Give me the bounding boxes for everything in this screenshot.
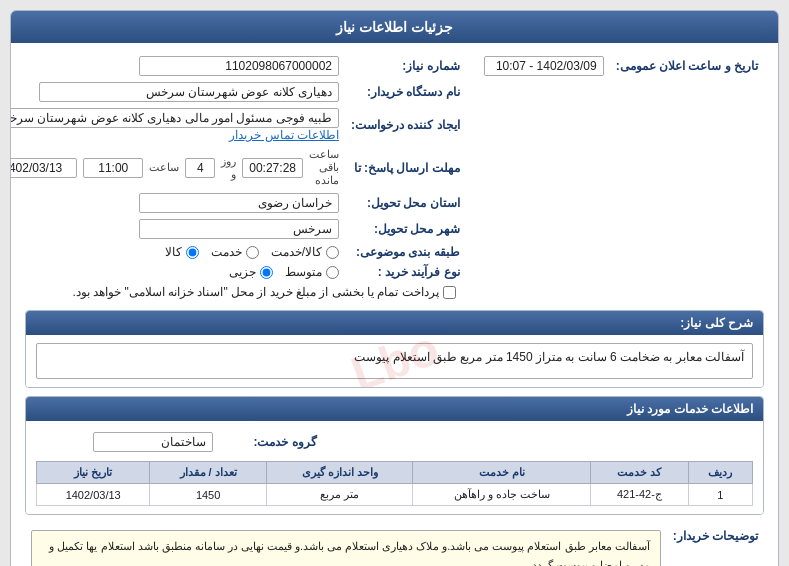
pardakht-checkbox[interactable]: پرداخت تمام یا بخشی از مبلغ خرید از محل … bbox=[10, 285, 456, 299]
namdastgah-label: نام دستگاه خریدار: bbox=[345, 79, 466, 105]
table-row: 1 ج-42-421 ساخت جاده و راهآهن متر مربع 1… bbox=[37, 484, 753, 506]
radio-motevaset[interactable]: متوسط bbox=[285, 265, 339, 279]
cell-code: ج-42-421 bbox=[591, 484, 688, 506]
col-radif: ردیف bbox=[688, 462, 752, 484]
khadamat-section: اطلاعات خدمات مورد نیاز گروه خدمت: ساختم… bbox=[25, 396, 764, 515]
khadamat-title: اطلاعات خدمات مورد نیاز bbox=[26, 397, 763, 421]
info-section: تاریخ و ساعت اعلان عمومی: 1402/03/09 - 1… bbox=[10, 53, 764, 302]
remaining-label: ساعت باقی مانده bbox=[309, 148, 339, 187]
radio-jazee[interactable]: جزیی bbox=[229, 265, 273, 279]
cell-quantity: 1450 bbox=[150, 484, 267, 506]
tarikh-value: 1402/03/09 - 10:07 bbox=[484, 56, 604, 76]
radio-kala-khadamat[interactable]: کالا/خدمت bbox=[271, 245, 339, 259]
radio-kala[interactable]: کالا bbox=[165, 245, 199, 259]
time-value: 11:00 bbox=[83, 158, 143, 178]
namdastgah-value: دهیاری کلانه عوض شهرستان سرخس bbox=[39, 82, 339, 102]
pardakht-label: پرداخت تمام یا بخشی از مبلغ خرید از محل … bbox=[72, 285, 438, 299]
tawzihat-label: توضیحات خریدار: bbox=[667, 523, 764, 566]
service-table: ردیف کد خدمت نام خدمت واحد اندازه گیری ت… bbox=[36, 461, 753, 506]
noe-farayand-label: نوع فرآیند خرید : bbox=[345, 262, 466, 282]
ijad-konande-label: ایجاد کننده درخواست: bbox=[345, 105, 466, 145]
shahr-value: سرخس bbox=[139, 219, 339, 239]
shomare-niaz-value: 1102098067000002 bbox=[139, 56, 339, 76]
grohe-khadamat-value: ساختمان bbox=[93, 432, 213, 452]
jazee-label: جزیی bbox=[229, 265, 256, 279]
ostan-value: خراسان رضوی bbox=[139, 193, 339, 213]
tarikh-label: تاریخ و ساعت اعلان عمومی: bbox=[610, 53, 764, 79]
shahr-label: شهر محل تحویل: bbox=[345, 216, 466, 242]
mohlat-label: مهلت ارسال پاسخ: تا bbox=[345, 145, 466, 190]
sharh-title: شرح کلی نیاز: bbox=[26, 311, 763, 335]
sharh-section: شرح کلی نیاز: Lbo آسفالت معابر به ضخامت … bbox=[25, 310, 764, 388]
page-title: جزئیات اطلاعات نیاز bbox=[11, 11, 778, 43]
radio-khadamat[interactable]: خدمت bbox=[211, 245, 259, 259]
khadamat-label: خدمت bbox=[211, 245, 242, 259]
col-date: تاریخ نیاز bbox=[37, 462, 150, 484]
kala-khadamat-label: کالا/خدمت bbox=[271, 245, 322, 259]
col-unit: واحد اندازه گیری bbox=[266, 462, 412, 484]
cell-unit: متر مربع bbox=[266, 484, 412, 506]
tabaghebandi-label: طبقه بندی موضوعی: bbox=[345, 242, 466, 262]
kala-label: کالا bbox=[165, 245, 182, 259]
countdown-value: 00:27:28 bbox=[242, 158, 303, 178]
sharh-description: آسفالت معابر به ضخامت 6 سانت به متراز 14… bbox=[36, 343, 753, 379]
grohe-khadamat-label: گروه خدمت: bbox=[219, 429, 323, 455]
motevaset-label: متوسط bbox=[285, 265, 322, 279]
saat-label: ساعت bbox=[149, 161, 179, 174]
cell-name: ساخت جاده و راهآهن bbox=[413, 484, 591, 506]
ijad-konande-value: طبیه فوجی مسئول امور مالی دهیاری کلانه ع… bbox=[10, 108, 339, 128]
shomare-niaz-label: شماره نیاز: bbox=[345, 53, 466, 79]
date-value: 1402/03/13 bbox=[10, 158, 77, 178]
day-value: 4 bbox=[185, 158, 215, 178]
ostan-label: استان محل تحویل: bbox=[345, 190, 466, 216]
col-quantity: تعداد / مقدار bbox=[150, 462, 267, 484]
col-name: نام خدمت bbox=[413, 462, 591, 484]
tawzihat-text: آسفالت معابر طبق استعلام پیوست می باشد.و… bbox=[31, 530, 661, 566]
etelaat-tamaas-link[interactable]: اطلاعات تماس خریدار bbox=[229, 128, 339, 142]
col-code: کد خدمت bbox=[591, 462, 688, 484]
cell-date: 1402/03/13 bbox=[37, 484, 150, 506]
day-unit-label: روز و bbox=[221, 155, 236, 181]
cell-radif: 1 bbox=[688, 484, 752, 506]
